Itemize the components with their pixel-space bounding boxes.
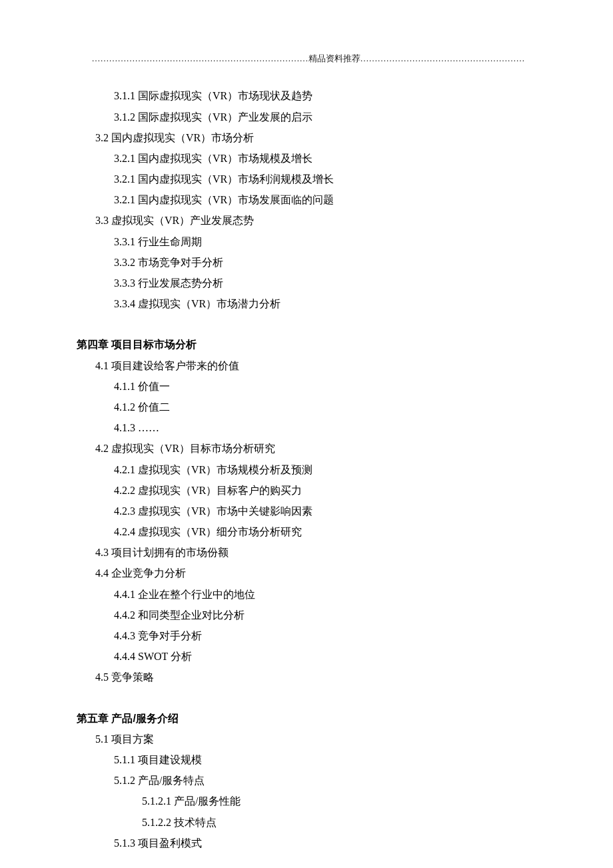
toc-content: 3.1.1 国际虚拟现实（VR）市场现状及趋势3.1.2 国际虚拟现实（VR）产… bbox=[77, 85, 540, 853]
document-page: …………………………………………………………………精品资料推荐………………………… bbox=[0, 0, 613, 868]
toc-entry: 4.2.3 虚拟现实（VR）市场中关键影响因素 bbox=[77, 501, 540, 521]
toc-entry: 3.2 国内虚拟现实（VR）市场分析 bbox=[77, 127, 540, 148]
toc-entry: 3.2.1 国内虚拟现实（VR）市场规模及增长 bbox=[77, 148, 540, 169]
toc-entry: 4.1.2 价值二 bbox=[77, 397, 540, 417]
toc-entry: 4.3 项目计划拥有的市场份额 bbox=[77, 542, 540, 563]
toc-entry: 5.1.2.1 产品/服务性能 bbox=[77, 791, 540, 811]
toc-entry: 5.1.2 产品/服务特点 bbox=[77, 770, 540, 791]
toc-entry: 4.1.1 价值一 bbox=[77, 376, 540, 397]
toc-entry: 5.1.2.2 技术特点 bbox=[77, 812, 540, 833]
toc-entry: 5.1.1 项目建设规模 bbox=[77, 749, 540, 770]
toc-entry: 4.4.3 竞争对手分析 bbox=[77, 625, 540, 646]
toc-entry: 4.2.1 虚拟现实（VR）市场规模分析及预测 bbox=[77, 459, 540, 480]
toc-entry: 4.1.3 …… bbox=[77, 417, 540, 438]
toc-entry: 4.4.2 和同类型企业对比分析 bbox=[77, 605, 540, 625]
toc-entry: 3.2.1 国内虚拟现实（VR）市场利润规模及增长 bbox=[77, 169, 540, 189]
toc-entry: 4.4 企业竞争力分析 bbox=[77, 563, 540, 583]
toc-entry: 3.1.2 国际虚拟现实（VR）产业发展的启示 bbox=[77, 107, 540, 127]
toc-entry: 5.1.3 项目盈利模式 bbox=[77, 833, 540, 853]
toc-entry: 4.2.4 虚拟现实（VR）细分市场分析研究 bbox=[77, 521, 540, 542]
toc-entry: 4.4.1 企业在整个行业中的地位 bbox=[77, 584, 540, 605]
toc-entry: 4.2 虚拟现实（VR）目标市场分析研究 bbox=[77, 438, 540, 459]
toc-entry: 4.5 竞争策略 bbox=[77, 667, 540, 687]
toc-entry: 4.1 项目建设给客户带来的价值 bbox=[77, 355, 540, 376]
toc-entry: 3.3.4 虚拟现实（VR）市场潜力分析 bbox=[77, 293, 540, 314]
toc-entry: 3.3.3 行业发展态势分析 bbox=[77, 273, 540, 293]
toc-entry: 3.2.1 国内虚拟现实（VR）市场发展面临的问题 bbox=[77, 189, 540, 210]
toc-entry: 4.2.2 虚拟现实（VR）目标客户的购买力 bbox=[77, 480, 540, 501]
toc-entry: 5.1 项目方案 bbox=[77, 729, 540, 749]
chapter-heading: 第五章 产品/服务介绍 bbox=[77, 708, 540, 729]
toc-entry: 4.4.4 SWOT 分析 bbox=[77, 646, 540, 667]
toc-entry: 3.3 虚拟现实（VR）产业发展态势 bbox=[77, 210, 540, 231]
toc-entry: 3.3.1 行业生命周期 bbox=[77, 231, 540, 252]
chapter-heading: 第四章 项目目标市场分析 bbox=[77, 334, 540, 355]
toc-entry: 3.1.1 国际虚拟现实（VR）市场现状及趋势 bbox=[77, 85, 540, 106]
page-header: …………………………………………………………………精品资料推荐………………………… bbox=[77, 50, 540, 67]
toc-entry: 3.3.2 市场竞争对手分析 bbox=[77, 252, 540, 273]
